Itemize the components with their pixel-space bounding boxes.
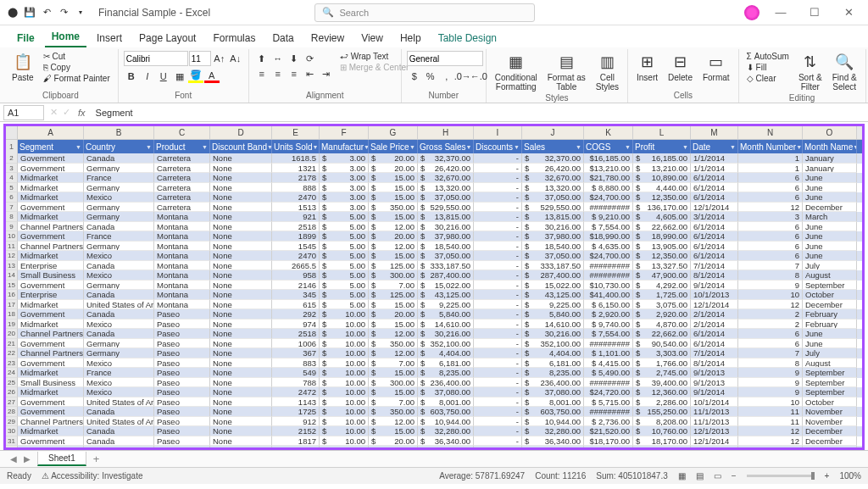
cell[interactable]: None <box>210 320 272 330</box>
cell[interactable]: 9,225.00 <box>522 300 584 310</box>
cell[interactable]: $24,720.00 <box>584 387 633 397</box>
cell[interactable]: 11/1/2013 <box>691 407 738 417</box>
cell[interactable]: 10,890.00 <box>633 173 691 183</box>
cell[interactable]: 13,327.50 <box>633 261 691 271</box>
cell[interactable]: 7.00 <box>369 281 418 291</box>
cell[interactable]: Germany <box>84 183 154 193</box>
cell[interactable]: Channel Partners <box>18 242 84 252</box>
cell[interactable]: 26,420.00 <box>522 164 584 174</box>
cell[interactable]: 7 <box>738 261 803 271</box>
cell[interactable]: 155,250.00 <box>633 407 691 417</box>
cell[interactable]: 9 <box>738 281 803 291</box>
cell[interactable]: Germany <box>84 203 154 213</box>
cell[interactable]: December <box>803 203 857 213</box>
cell[interactable]: 1 <box>738 164 803 174</box>
table-row[interactable]: 2GovernmentCanadaCarreteraNone1618.53.00… <box>6 153 862 164</box>
cell[interactable]: Canada <box>84 309 154 320</box>
cell[interactable]: Government <box>18 397 84 408</box>
cell[interactable]: 13,905.00 <box>633 242 691 252</box>
cell[interactable]: - <box>474 164 522 174</box>
cell[interactable]: 1817 <box>272 436 320 447</box>
currency-icon[interactable]: $ <box>407 69 422 84</box>
italic-button[interactable]: I <box>140 69 155 84</box>
cell[interactable]: - <box>474 309 522 320</box>
cell[interactable]: Canada <box>84 407 154 417</box>
number-format-select[interactable] <box>407 51 483 66</box>
tab-insert[interactable]: Insert <box>90 29 129 47</box>
cell[interactable]: None <box>210 261 272 271</box>
cell[interactable]: 10.00 <box>320 407 369 417</box>
cell[interactable]: 3.00 <box>320 164 369 174</box>
cell[interactable]: 15.00 <box>369 426 418 436</box>
cell[interactable]: Government <box>18 407 84 417</box>
search-box[interactable]: 🔍 Search <box>314 3 535 22</box>
cell[interactable]: Channel Partners <box>18 222 84 232</box>
cell[interactable]: 8,235.00 <box>522 368 584 378</box>
table-row[interactable]: 8MidmarketGermanyMontanaNone9215.0015.00… <box>6 212 862 222</box>
autosum-button[interactable]: ΣAutoSum <box>744 51 792 62</box>
autosave-icon[interactable]: ⬤ <box>7 7 19 19</box>
table-header-cell[interactable]: Date▼ <box>691 140 738 153</box>
cell[interactable]: 15,022.00 <box>418 281 474 291</box>
cell[interactable]: $ 8,880.00 <box>584 183 633 193</box>
table-row[interactable]: 5MidmarketGermanyCarreteraNone8883.0015.… <box>6 183 862 193</box>
column-header[interactable]: H <box>418 126 474 139</box>
cell[interactable]: 6 <box>738 183 803 193</box>
table-header-cell[interactable]: Country▼ <box>84 140 154 153</box>
cell[interactable]: - <box>474 348 522 358</box>
table-row[interactable]: 21GovernmentGermanyPaseoNone100610.00350… <box>6 339 862 349</box>
cell[interactable]: None <box>210 164 272 174</box>
cell[interactable]: 90,540.00 <box>633 339 691 349</box>
table-header-cell[interactable]: Product▼ <box>154 140 210 153</box>
cell[interactable]: Midmarket <box>18 387 84 397</box>
cell[interactable]: 12.00 <box>369 348 418 358</box>
cell[interactable]: 12.00 <box>369 222 418 232</box>
cell[interactable]: 22,662.00 <box>633 329 691 339</box>
cell[interactable]: 14,610.00 <box>522 320 584 330</box>
cell[interactable]: 10.00 <box>320 320 369 330</box>
filter-dropdown-icon[interactable]: ▼ <box>796 144 802 150</box>
cell[interactable]: 6/1/2014 <box>691 192 738 203</box>
cell[interactable]: Germany <box>84 348 154 358</box>
column-header[interactable]: O <box>803 126 857 139</box>
table-row[interactable]: 23GovernmentMexicoPaseoNone88310.007.006… <box>6 358 862 369</box>
cell[interactable]: 1725 <box>272 407 320 417</box>
cell[interactable]: 8,001.00 <box>522 397 584 408</box>
cell[interactable]: 1618.5 <box>272 153 320 164</box>
cell[interactable]: 7/1/2014 <box>691 261 738 271</box>
cell[interactable]: Montana <box>154 231 210 242</box>
cell[interactable]: 4,292.00 <box>633 281 691 291</box>
redo-icon[interactable]: ↷ <box>58 7 70 19</box>
cell[interactable]: 1899 <box>272 231 320 242</box>
cell[interactable]: Midmarket <box>18 192 84 203</box>
cell[interactable]: July <box>803 261 857 271</box>
cell[interactable]: 2 <box>738 320 803 330</box>
cell[interactable]: None <box>210 153 272 164</box>
cell[interactable]: Paseo <box>154 348 210 358</box>
column-header[interactable]: M <box>691 126 738 139</box>
filter-dropdown-icon[interactable]: ▼ <box>853 144 857 150</box>
cell[interactable]: Canada <box>84 329 154 339</box>
cell[interactable]: 6/1/2014 <box>691 339 738 349</box>
cell[interactable]: 529,550.00 <box>418 446 474 450</box>
cell[interactable]: 5.00 <box>320 281 369 291</box>
cell[interactable]: October <box>803 397 857 408</box>
filter-dropdown-icon[interactable]: ▼ <box>576 144 581 150</box>
cell[interactable]: None <box>210 192 272 203</box>
cell[interactable]: Small Business <box>18 270 84 281</box>
table-header-cell[interactable]: Sales▼ <box>522 140 584 153</box>
cell[interactable]: 9/1/2013 <box>691 368 738 378</box>
cell[interactable]: - <box>474 426 522 436</box>
cell[interactable]: Montana <box>154 212 210 222</box>
cell[interactable]: ######### <box>584 378 633 388</box>
cell[interactable]: ######### <box>584 270 633 281</box>
cell[interactable]: $ 5,490.00 <box>584 368 633 378</box>
cell[interactable]: 6 <box>738 231 803 242</box>
cell[interactable]: None <box>210 231 272 242</box>
cell[interactable]: - <box>474 397 522 408</box>
cell[interactable]: Montana <box>154 242 210 252</box>
cell[interactable]: 2/1/2014 <box>691 320 738 330</box>
table-row[interactable]: 12MidmarketMexicoMontanaNone24705.0015.0… <box>6 251 862 261</box>
cell[interactable]: Paseo <box>154 426 210 436</box>
cell[interactable]: 5,840.00 <box>522 309 584 320</box>
